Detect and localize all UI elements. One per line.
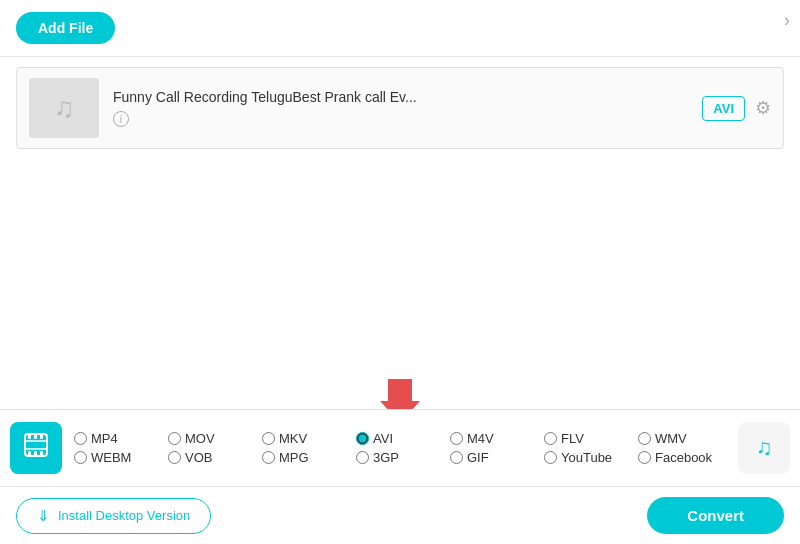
format-label-m4v[interactable]: M4V [467,431,494,446]
format-label-flv[interactable]: FLV [561,431,584,446]
format-label-3gp[interactable]: 3GP [373,450,399,465]
format-option-webm[interactable]: WEBM [74,450,166,465]
svg-rect-7 [34,451,37,456]
file-name: Funny Call Recording TeluguBest Prank ca… [113,89,702,105]
info-icon[interactable]: i [113,111,129,127]
svg-rect-8 [40,451,43,456]
film-icon [23,432,49,464]
music-note-icon: ♫ [54,92,75,124]
format-option-avi[interactable]: AVI [356,431,448,446]
format-option-flv[interactable]: FLV [544,431,636,446]
format-label-vob[interactable]: VOB [185,450,212,465]
format-label-mov[interactable]: MOV [185,431,215,446]
file-thumbnail: ♫ [29,78,99,138]
svg-rect-4 [34,434,37,439]
format-label-mkv[interactable]: MKV [279,431,307,446]
format-label-facebook[interactable]: Facebook [655,450,712,465]
format-option-m4v[interactable]: M4V [450,431,542,446]
file-list: ♫ Funny Call Recording TeluguBest Prank … [0,57,800,159]
close-icon[interactable]: › [784,10,790,31]
audio-icon: ♫ [756,435,773,461]
format-option-wmv[interactable]: WMV [638,431,730,446]
install-label: Install Desktop Version [58,508,190,523]
video-format-icon-box[interactable] [10,422,62,474]
format-label-wmv[interactable]: WMV [655,431,687,446]
file-info: Funny Call Recording TeluguBest Prank ca… [113,89,702,127]
format-label-youtube[interactable]: YouTube [561,450,612,465]
format-label-webm[interactable]: WEBM [91,450,131,465]
audio-icon-box[interactable]: ♫ [738,422,790,474]
convert-button[interactable]: Convert [647,497,784,534]
install-desktop-button[interactable]: ⇓ Install Desktop Version [16,498,211,534]
format-option-3gp[interactable]: 3GP [356,450,448,465]
svg-rect-5 [40,434,43,439]
format-option-mkv[interactable]: MKV [262,431,354,446]
format-option-mp4[interactable]: MP4 [74,431,166,446]
file-format-area: AVI ⚙ [702,96,771,121]
format-option-youtube[interactable]: YouTube [544,450,636,465]
format-option-facebook[interactable]: Facebook [638,450,730,465]
format-option-mov[interactable]: MOV [168,431,260,446]
format-label-mp4[interactable]: MP4 [91,431,118,446]
bottom-action-bar: ⇓ Install Desktop Version Convert [0,486,800,544]
file-item: ♫ Funny Call Recording TeluguBest Prank … [16,67,784,149]
format-option-mpg[interactable]: MPG [262,450,354,465]
download-icon: ⇓ [37,507,50,525]
svg-rect-6 [28,451,31,456]
format-options: MP4MOVMKVAVIM4VFLVWMVWEBMVOBMPG3GPGIFYou… [74,431,730,465]
format-label-avi[interactable]: AVI [373,431,393,446]
format-selector-row: MP4MOVMKVAVIM4VFLVWMVWEBMVOBMPG3GPGIFYou… [0,409,800,486]
svg-rect-3 [28,434,31,439]
settings-icon[interactable]: ⚙ [755,97,771,119]
format-label-mpg[interactable]: MPG [279,450,309,465]
bottom-panel: MP4MOVMKVAVIM4VFLVWMVWEBMVOBMPG3GPGIFYou… [0,409,800,544]
format-badge[interactable]: AVI [702,96,745,121]
svg-rect-2 [25,441,47,449]
format-label-gif[interactable]: GIF [467,450,489,465]
top-bar: Add File › [0,0,800,57]
format-option-gif[interactable]: GIF [450,450,542,465]
add-file-button[interactable]: Add File [16,12,115,44]
format-option-vob[interactable]: VOB [168,450,260,465]
